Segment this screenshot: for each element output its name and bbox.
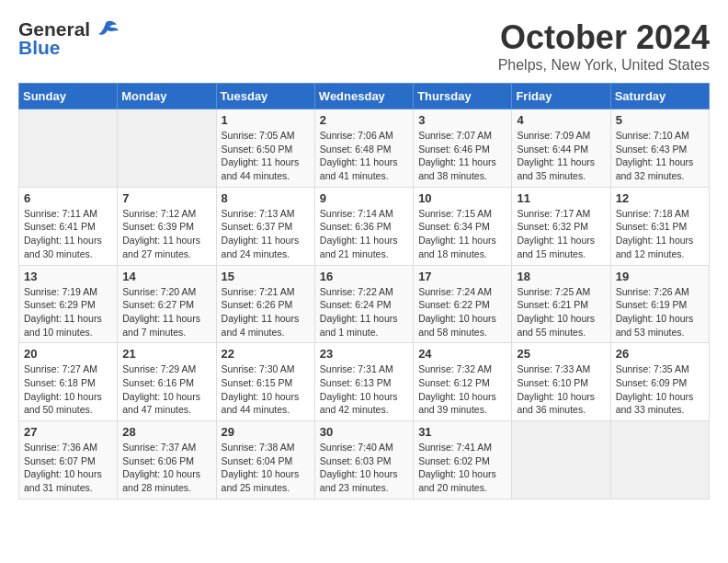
day-cell: 8 Sunrise: 7:13 AM Sunset: 6:37 PM Dayli… bbox=[216, 187, 314, 265]
day-number: 16 bbox=[320, 270, 408, 283]
day-cell: 31 Sunrise: 7:41 AM Sunset: 6:02 PM Dayl… bbox=[414, 421, 512, 500]
sunrise-text: Sunrise: 7:13 AM bbox=[222, 208, 295, 219]
weekday-header-wednesday: Wednesday bbox=[314, 84, 413, 109]
daylight-text: Daylight: 11 hours and 12 minutes. bbox=[616, 235, 694, 259]
day-info: Sunrise: 7:26 AM Sunset: 6:19 PM Dayligh… bbox=[616, 285, 704, 339]
daylight-text: Daylight: 10 hours and 53 minutes. bbox=[616, 313, 694, 338]
daylight-text: Daylight: 11 hours and 27 minutes. bbox=[122, 235, 200, 259]
day-number: 4 bbox=[517, 113, 605, 127]
sunset-text: Sunset: 6:37 PM bbox=[222, 221, 293, 232]
day-number: 28 bbox=[122, 425, 210, 439]
sunrise-text: Sunrise: 7:30 AM bbox=[222, 363, 295, 374]
day-number: 9 bbox=[320, 191, 408, 205]
day-cell: 7 Sunrise: 7:12 AM Sunset: 6:39 PM Dayli… bbox=[118, 187, 216, 265]
sunset-text: Sunset: 6:02 PM bbox=[418, 455, 490, 466]
daylight-text: Daylight: 11 hours and 1 minute. bbox=[320, 313, 398, 338]
sunset-text: Sunset: 6:26 PM bbox=[222, 299, 293, 310]
location: Phelps, New York, United States bbox=[498, 57, 710, 74]
day-number: 31 bbox=[418, 425, 506, 439]
sunset-text: Sunset: 6:34 PM bbox=[418, 221, 490, 232]
calendar-table: SundayMondayTuesdayWednesdayThursdayFrid… bbox=[18, 83, 710, 500]
day-number: 20 bbox=[24, 347, 112, 361]
weekday-header-row: SundayMondayTuesdayWednesdayThursdayFrid… bbox=[19, 84, 710, 109]
day-cell: 15 Sunrise: 7:21 AM Sunset: 6:26 PM Dayl… bbox=[216, 265, 314, 343]
sunset-text: Sunset: 6:16 PM bbox=[122, 377, 194, 388]
sunrise-text: Sunrise: 7:32 AM bbox=[418, 363, 492, 374]
daylight-text: Daylight: 10 hours and 42 minutes. bbox=[320, 391, 398, 416]
week-row-1: 1 Sunrise: 7:05 AM Sunset: 6:50 PM Dayli… bbox=[19, 109, 710, 188]
day-number: 23 bbox=[320, 347, 408, 361]
sunrise-text: Sunrise: 7:15 AM bbox=[418, 208, 492, 219]
day-number: 22 bbox=[222, 347, 310, 361]
day-info: Sunrise: 7:07 AM Sunset: 6:46 PM Dayligh… bbox=[418, 129, 506, 183]
sunset-text: Sunset: 6:44 PM bbox=[517, 144, 588, 155]
daylight-text: Daylight: 11 hours and 41 minutes. bbox=[320, 156, 398, 181]
day-cell: 18 Sunrise: 7:25 AM Sunset: 6:21 PM Dayl… bbox=[512, 265, 610, 343]
day-cell: 30 Sunrise: 7:40 AM Sunset: 6:03 PM Dayl… bbox=[314, 421, 413, 500]
day-info: Sunrise: 7:14 AM Sunset: 6:36 PM Dayligh… bbox=[320, 207, 408, 261]
day-cell: 23 Sunrise: 7:31 AM Sunset: 6:13 PM Dayl… bbox=[314, 343, 413, 421]
logo: General Blue bbox=[18, 18, 119, 59]
sunset-text: Sunset: 6:41 PM bbox=[24, 221, 96, 232]
day-number: 10 bbox=[418, 191, 506, 205]
day-cell: 5 Sunrise: 7:10 AM Sunset: 6:43 PM Dayli… bbox=[610, 109, 709, 188]
day-cell: 25 Sunrise: 7:33 AM Sunset: 6:10 PM Dayl… bbox=[512, 343, 610, 421]
day-cell bbox=[118, 109, 216, 188]
day-info: Sunrise: 7:41 AM Sunset: 6:02 PM Dayligh… bbox=[418, 441, 506, 495]
day-number: 27 bbox=[24, 425, 112, 439]
sunset-text: Sunset: 6:09 PM bbox=[616, 377, 688, 388]
daylight-text: Daylight: 10 hours and 36 minutes. bbox=[517, 391, 595, 416]
sunrise-text: Sunrise: 7:33 AM bbox=[517, 363, 590, 374]
day-info: Sunrise: 7:17 AM Sunset: 6:32 PM Dayligh… bbox=[517, 207, 605, 261]
day-cell: 26 Sunrise: 7:35 AM Sunset: 6:09 PM Dayl… bbox=[610, 343, 709, 421]
sunset-text: Sunset: 6:27 PM bbox=[122, 299, 194, 310]
sunrise-text: Sunrise: 7:27 AM bbox=[24, 363, 97, 374]
day-info: Sunrise: 7:09 AM Sunset: 6:44 PM Dayligh… bbox=[517, 129, 605, 183]
day-info: Sunrise: 7:36 AM Sunset: 6:07 PM Dayligh… bbox=[24, 441, 112, 495]
sunrise-text: Sunrise: 7:41 AM bbox=[418, 442, 492, 453]
day-cell: 13 Sunrise: 7:19 AM Sunset: 6:29 PM Dayl… bbox=[19, 265, 118, 343]
day-number: 14 bbox=[122, 270, 210, 283]
sunrise-text: Sunrise: 7:37 AM bbox=[122, 442, 196, 453]
daylight-text: Daylight: 11 hours and 18 minutes. bbox=[418, 235, 496, 259]
daylight-text: Daylight: 11 hours and 24 minutes. bbox=[222, 235, 300, 259]
sunrise-text: Sunrise: 7:24 AM bbox=[418, 286, 492, 297]
weekday-header-friday: Friday bbox=[512, 84, 610, 109]
day-info: Sunrise: 7:24 AM Sunset: 6:22 PM Dayligh… bbox=[418, 285, 506, 339]
daylight-text: Daylight: 10 hours and 33 minutes. bbox=[616, 391, 694, 416]
sunset-text: Sunset: 6:39 PM bbox=[122, 221, 194, 232]
day-number: 25 bbox=[517, 347, 605, 361]
day-number: 5 bbox=[616, 113, 704, 127]
day-number: 3 bbox=[418, 113, 506, 127]
day-number: 24 bbox=[418, 347, 506, 361]
daylight-text: Daylight: 11 hours and 7 minutes. bbox=[122, 313, 200, 338]
sunrise-text: Sunrise: 7:06 AM bbox=[320, 130, 393, 141]
sunset-text: Sunset: 6:46 PM bbox=[418, 144, 490, 155]
week-row-4: 20 Sunrise: 7:27 AM Sunset: 6:18 PM Dayl… bbox=[19, 343, 710, 421]
day-info: Sunrise: 7:18 AM Sunset: 6:31 PM Dayligh… bbox=[616, 207, 704, 261]
day-number: 13 bbox=[24, 270, 112, 283]
day-info: Sunrise: 7:25 AM Sunset: 6:21 PM Dayligh… bbox=[517, 285, 605, 339]
daylight-text: Daylight: 10 hours and 31 minutes. bbox=[24, 468, 102, 493]
sunrise-text: Sunrise: 7:36 AM bbox=[24, 442, 97, 453]
sunrise-text: Sunrise: 7:18 AM bbox=[616, 208, 689, 219]
day-info: Sunrise: 7:27 AM Sunset: 6:18 PM Dayligh… bbox=[24, 362, 112, 417]
day-info: Sunrise: 7:30 AM Sunset: 6:15 PM Dayligh… bbox=[222, 362, 310, 417]
daylight-text: Daylight: 10 hours and 25 minutes. bbox=[222, 468, 300, 493]
sunrise-text: Sunrise: 7:31 AM bbox=[320, 363, 393, 374]
sunset-text: Sunset: 6:12 PM bbox=[418, 377, 490, 388]
day-cell: 2 Sunrise: 7:06 AM Sunset: 6:48 PM Dayli… bbox=[314, 109, 413, 188]
day-info: Sunrise: 7:33 AM Sunset: 6:10 PM Dayligh… bbox=[517, 362, 605, 417]
day-info: Sunrise: 7:13 AM Sunset: 6:37 PM Dayligh… bbox=[222, 207, 310, 261]
daylight-text: Daylight: 11 hours and 15 minutes. bbox=[517, 235, 595, 259]
day-number: 18 bbox=[517, 270, 605, 283]
day-cell: 3 Sunrise: 7:07 AM Sunset: 6:46 PM Dayli… bbox=[414, 109, 512, 188]
day-info: Sunrise: 7:37 AM Sunset: 6:06 PM Dayligh… bbox=[122, 441, 210, 495]
week-row-5: 27 Sunrise: 7:36 AM Sunset: 6:07 PM Dayl… bbox=[19, 421, 710, 500]
sunset-text: Sunset: 6:19 PM bbox=[616, 299, 688, 310]
day-cell: 19 Sunrise: 7:26 AM Sunset: 6:19 PM Dayl… bbox=[610, 265, 709, 343]
day-number: 29 bbox=[222, 425, 310, 439]
day-info: Sunrise: 7:12 AM Sunset: 6:39 PM Dayligh… bbox=[122, 207, 210, 261]
sunrise-text: Sunrise: 7:14 AM bbox=[320, 208, 393, 219]
day-number: 7 bbox=[122, 191, 210, 205]
